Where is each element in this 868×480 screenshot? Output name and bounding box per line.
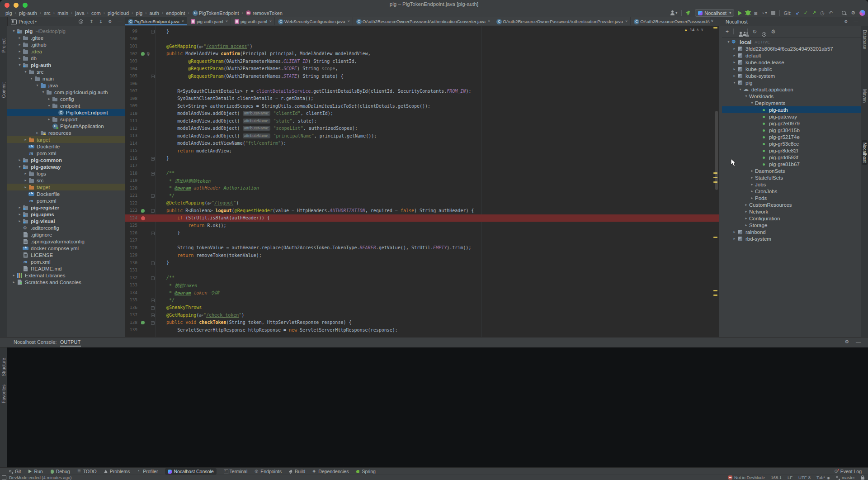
chevron-down-icon[interactable]: ▾ (17, 165, 23, 169)
chevron-down-icon[interactable]: ▾ (731, 81, 737, 85)
fold-marker-icon[interactable] (151, 75, 155, 78)
stripe-button-structure[interactable]: Structure (1, 356, 7, 379)
code-line[interactable]: 118 /** (125, 170, 719, 177)
code-line[interactable]: 103 @RequestParam(OAuth2ParameterNames.C… (125, 57, 719, 65)
gutter[interactable]: 124 (125, 214, 156, 222)
gutter[interactable]: 100 (125, 35, 156, 43)
chevron-right-icon[interactable]: ▸ (749, 176, 755, 180)
fold-marker-icon[interactable] (151, 232, 155, 235)
nocalhost-tree-row[interactable]: ▾Deployments (722, 100, 861, 106)
toolwindow-button-todo[interactable]: TODO (77, 469, 97, 474)
code-line[interactable]: 114 modelAndView.setViewName("ftl/confir… (125, 140, 719, 147)
stripe-button-favorites[interactable]: Favorites (1, 382, 7, 405)
fold-marker-icon[interactable] (151, 157, 155, 161)
http-request-inlay-icon[interactable] (199, 44, 203, 49)
code-line[interactable]: 137 @GetMapping("/check_token") (125, 311, 719, 319)
nocalhost-tree-row[interactable]: ▸Storage (722, 222, 861, 228)
project-tree-row[interactable]: docker-compose.yml (7, 245, 125, 252)
nocalhost-tree-row[interactable]: ▸StatefulSets (722, 174, 861, 181)
chevron-right-icon[interactable]: ▸ (34, 131, 40, 135)
gutter[interactable]: 125 (125, 222, 156, 229)
tab-close-icon[interactable]: × (269, 19, 272, 24)
gutter[interactable]: 108 (125, 95, 156, 103)
gutter[interactable]: 126 (125, 229, 156, 237)
chevron-down-icon[interactable]: ▾ (23, 70, 28, 74)
chevron-down-icon[interactable]: ▾ (17, 63, 23, 67)
chevron-right-icon[interactable]: ▸ (743, 209, 749, 214)
nocalhost-tree-row[interactable]: ▸rainbond (722, 228, 861, 235)
project-tree-row[interactable]: ▸.idea (7, 48, 125, 55)
project-tree-row[interactable]: pom.xml (7, 197, 125, 204)
spring-bean-icon[interactable] (141, 321, 145, 324)
chevron-right-icon[interactable]: ▸ (17, 49, 23, 53)
chevron-right-icon[interactable]: ▸ (17, 158, 23, 162)
debug-button[interactable] (746, 10, 750, 15)
code-line[interactable]: 126 } (125, 229, 719, 237)
chevron-right-icon[interactable]: ▸ (23, 185, 28, 189)
code-line[interactable]: 132 /** (125, 274, 719, 282)
project-tree-row[interactable]: .springjavaformatconfig (7, 238, 125, 245)
collapse-all-icon[interactable]: ↧ (99, 19, 103, 24)
chevron-right-icon[interactable]: ▸ (731, 74, 737, 78)
fold-marker-icon[interactable] (151, 314, 155, 317)
gutter[interactable]: 132 (125, 274, 156, 282)
project-tree-row[interactable]: pom.xml (7, 150, 125, 157)
gutter[interactable]: 105 (125, 72, 156, 80)
chevron-right-icon[interactable]: ▸ (743, 203, 749, 207)
spring-bean-icon[interactable] (141, 209, 145, 213)
nocalhost-tree-row[interactable]: pig-gr38415b (722, 127, 861, 133)
gutter[interactable]: 134 (125, 289, 156, 297)
project-tree-row[interactable]: ▸config (7, 95, 125, 102)
chevron-down-icon[interactable]: ▾ (749, 101, 755, 105)
fold-marker-icon[interactable] (151, 172, 155, 176)
gutter[interactable]: 130 (125, 259, 156, 267)
toolwindow-button-problems[interactable]: Problems (104, 469, 130, 474)
nocalhost-tree-row[interactable]: pig-grdd593f (722, 154, 861, 161)
tab-close-icon[interactable]: × (625, 19, 627, 24)
code-line[interactable]: 139 ServletServerHttpResponse httpRespon… (125, 326, 719, 334)
chevron-right-icon[interactable]: ▸ (743, 216, 749, 220)
nocalhost-tree-row[interactable]: ▾localACTIVE (722, 38, 861, 45)
project-tree-row[interactable]: Dockerfile (7, 190, 125, 197)
project-tree-row[interactable]: .editorconfig (7, 224, 125, 231)
gutter[interactable]: 135 (125, 296, 156, 304)
editor-tab[interactable]: OAuth2ResourceOwnerPasswordAuthenticatio… (631, 17, 710, 25)
console-hide-icon[interactable]: — (856, 339, 861, 344)
fold-marker-icon[interactable] (151, 276, 155, 280)
fold-marker-icon[interactable] (151, 261, 155, 265)
gutter[interactable]: 114 (125, 140, 156, 147)
code-line[interactable]: 109 Set<String> authorizedScopes = Strin… (125, 102, 719, 110)
console-settings-gear-icon[interactable]: ⚙ (844, 339, 849, 345)
chevron-right-icon[interactable]: ▸ (731, 237, 737, 241)
git-update-icon[interactable]: ↙ (796, 10, 800, 16)
chevron-right-icon[interactable]: ▸ (17, 219, 23, 223)
breakpoint-icon[interactable] (141, 216, 145, 220)
next-warning-icon[interactable]: ∨ (701, 28, 703, 32)
code-line[interactable]: 99 } (125, 28, 719, 35)
code-line[interactable]: 104 @RequestParam(OAuth2ParameterNames.S… (125, 65, 719, 73)
gutter[interactable]: 123 (125, 207, 156, 214)
toolwindow-button-profiler[interactable]: Profiler (137, 469, 158, 474)
gutter[interactable]: 128 (125, 244, 156, 252)
nocalhost-tree-row[interactable]: pig-gr2e0979 (722, 120, 861, 127)
chevron-right-icon[interactable]: ▸ (17, 56, 23, 60)
project-tree-row[interactable]: ▸pig-common (7, 157, 125, 163)
status-item[interactable]: Not in DevMode (728, 475, 765, 480)
gutter[interactable]: 118 (125, 170, 156, 177)
breadcrumb-item[interactable]: main (57, 10, 68, 16)
code-line[interactable]: 133 * 校验token (125, 281, 719, 289)
build-hammer-icon[interactable] (686, 10, 691, 15)
chevron-right-icon[interactable]: ▸ (731, 67, 737, 71)
plugin-logo-icon[interactable] (859, 10, 865, 16)
toolwindow-button-endpoints[interactable]: Endpoints (255, 469, 282, 474)
editor-tab[interactable]: OAuth2ResourceOwnerPasswordAuthenticatio… (353, 17, 494, 25)
nocalhost-tree-row[interactable]: ▸rbd-system (722, 235, 861, 242)
rollback-icon[interactable]: ↶ (829, 10, 833, 16)
http-request-inlay-icon[interactable] (199, 313, 203, 318)
chevron-right-icon[interactable]: ▸ (731, 47, 737, 51)
code-editor[interactable]: 99 }100101 @GetMapping("/confirm_access"… (125, 26, 719, 337)
code-line[interactable]: 121 */ (125, 192, 719, 200)
code-line[interactable]: 124 if (StrUtil.isBlank(authHeader)) { (125, 214, 719, 222)
project-tree-row[interactable]: ▸target (7, 136, 125, 143)
code-line[interactable]: 135 */ (125, 296, 719, 304)
